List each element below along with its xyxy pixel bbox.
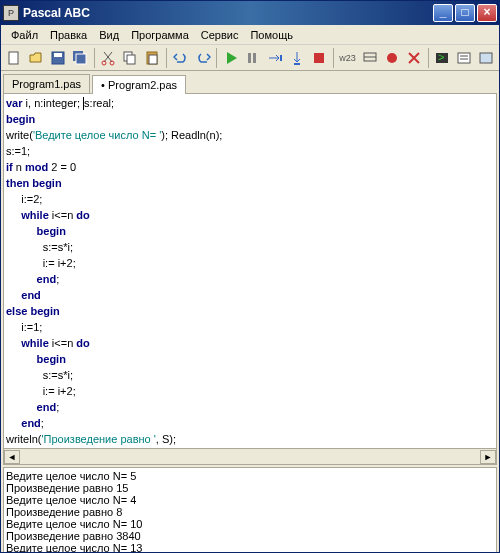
copy-button[interactable]	[120, 47, 141, 69]
open-button[interactable]	[25, 47, 46, 69]
maximize-button[interactable]: □	[455, 4, 475, 22]
separator	[216, 48, 217, 68]
output-line: Ведите целое число N= 5	[6, 470, 494, 482]
paste-button[interactable]	[142, 47, 163, 69]
app-icon: P	[3, 5, 19, 21]
svg-rect-15	[314, 53, 324, 63]
saveall-button[interactable]	[69, 47, 90, 69]
menu-program[interactable]: Программа	[125, 27, 195, 43]
minimize-button[interactable]: _	[433, 4, 453, 22]
graphics-button[interactable]	[476, 47, 497, 69]
svg-rect-12	[253, 53, 256, 63]
menu-view[interactable]: Вид	[93, 27, 125, 43]
output-button[interactable]	[454, 47, 475, 69]
vars-button[interactable]: w23	[337, 47, 358, 69]
scroll-left-icon[interactable]: ◄	[4, 450, 20, 464]
svg-rect-11	[248, 53, 251, 63]
window-title: Pascal ABC	[23, 6, 433, 20]
code-editor[interactable]: var i, n:integer; s:real; begin write('В…	[3, 93, 497, 449]
menu-edit[interactable]: Правка	[44, 27, 93, 43]
svg-rect-0	[9, 52, 18, 64]
svg-rect-4	[76, 54, 86, 64]
separator	[94, 48, 95, 68]
stepover-button[interactable]	[265, 47, 286, 69]
menu-file[interactable]: Файл	[5, 27, 44, 43]
watch-button[interactable]	[359, 47, 380, 69]
run-button[interactable]	[220, 47, 241, 69]
scroll-right-icon[interactable]: ►	[480, 450, 496, 464]
separator	[333, 48, 334, 68]
breakpoint-button[interactable]	[381, 47, 402, 69]
output-line: Произведение равно 3840	[6, 530, 494, 542]
save-button[interactable]	[47, 47, 68, 69]
stepinto-button[interactable]	[287, 47, 308, 69]
tab-program1[interactable]: Program1.pas	[3, 74, 90, 93]
cut-button[interactable]	[98, 47, 119, 69]
svg-rect-14	[294, 63, 300, 65]
clear-button[interactable]	[403, 47, 424, 69]
close-button[interactable]: ×	[477, 4, 497, 22]
titlebar: P Pascal ABC _ □ ×	[1, 1, 499, 25]
stop-button[interactable]	[309, 47, 330, 69]
output-panel[interactable]: Ведите целое число N= 5Произведение равн…	[3, 467, 497, 553]
tab-program2[interactable]: • Program2.pas	[92, 75, 186, 94]
tabstrip: Program1.pas • Program2.pas	[1, 71, 499, 93]
menu-service[interactable]: Сервис	[195, 27, 245, 43]
output-line: Ведите целое число N= 4	[6, 494, 494, 506]
separator	[166, 48, 167, 68]
output-line: Произведение равно 15	[6, 482, 494, 494]
new-button[interactable]	[3, 47, 24, 69]
menu-help[interactable]: Помощь	[244, 27, 299, 43]
horizontal-scrollbar[interactable]: ◄ ►	[3, 449, 497, 465]
svg-rect-2	[54, 53, 62, 57]
output-line: Произведение равно 8	[6, 506, 494, 518]
redo-button[interactable]	[192, 47, 213, 69]
toolbar: w23 >	[1, 45, 499, 71]
console-button[interactable]: >	[432, 47, 453, 69]
step-button[interactable]	[242, 47, 263, 69]
menubar: Файл Правка Вид Программа Сервис Помощь	[1, 25, 499, 45]
separator	[428, 48, 429, 68]
output-line: Ведите целое число N= 10	[6, 518, 494, 530]
svg-rect-10	[149, 55, 157, 64]
svg-point-18	[387, 53, 397, 63]
svg-rect-8	[127, 55, 135, 64]
svg-rect-24	[480, 53, 492, 63]
svg-text:>: >	[438, 51, 444, 63]
svg-rect-13	[280, 55, 282, 61]
output-line: Ведите целое число N= 13	[6, 542, 494, 553]
svg-rect-21	[458, 53, 470, 63]
undo-button[interactable]	[170, 47, 191, 69]
